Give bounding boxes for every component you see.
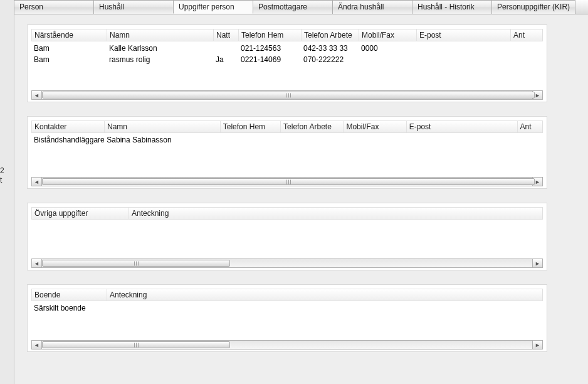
- relatives-body: Bam Kalle Karlsson 021-124563 042-33 33 …: [31, 43, 543, 65]
- cell-tel-work: 042-33 33 33: [301, 44, 359, 53]
- cell-name: Sabina Sabinasson: [104, 136, 220, 144]
- housing-panel: Boende Anteckning Särskilt boende ◄ ►: [27, 284, 547, 352]
- relatives-scrollbar[interactable]: ◄ ►: [31, 90, 543, 100]
- contacts-body: Biståndshandläggare Sabina Sabinasson: [31, 134, 543, 157]
- other-body: [31, 221, 543, 255]
- tabbar: Person Hushåll Uppgifter person Postmott…: [14, 0, 588, 14]
- col-tel-home[interactable]: Telefon Hem: [221, 121, 281, 132]
- col-housing[interactable]: Boende: [32, 289, 107, 301]
- cell-mobile: 0000: [359, 44, 416, 53]
- scroll-left-icon[interactable]: ◄: [32, 178, 42, 186]
- scroll-track[interactable]: [42, 178, 532, 186]
- table-row[interactable]: Särskilt boende: [31, 302, 543, 314]
- tab-uppgifter-person[interactable]: Uppgifter person: [173, 0, 253, 14]
- tab-personuppgifter-kir[interactable]: Personuppgifter (KIR): [491, 0, 575, 14]
- scroll-thumb[interactable]: [42, 260, 230, 267]
- contacts-scrollbar[interactable]: ◄ ►: [31, 177, 543, 186]
- cell-name: rasmus rolig: [107, 55, 213, 64]
- housing-scrollbar[interactable]: ◄ ►: [31, 340, 543, 349]
- scroll-track[interactable]: [42, 91, 532, 99]
- cell-name: Kalle Karlsson: [107, 44, 213, 53]
- left-cropped-label: 2 t: [0, 166, 4, 185]
- col-mobile[interactable]: Mobil/Fax: [344, 121, 406, 132]
- scroll-right-icon[interactable]: ►: [532, 259, 542, 267]
- col-relation[interactable]: Närstående: [32, 29, 107, 41]
- table-row[interactable]: Bam rasmus rolig Ja 0221-14069 070-22222…: [31, 54, 543, 65]
- tab-hushall-historik[interactable]: Hushåll - Historik: [412, 0, 492, 14]
- cell-relation: Bam: [31, 44, 107, 53]
- col-contacts[interactable]: Kontakter: [32, 121, 105, 132]
- housing-body: Särskilt boende: [31, 302, 543, 336]
- scroll-thumb[interactable]: [42, 92, 535, 99]
- scroll-thumb[interactable]: [42, 178, 535, 185]
- scroll-track[interactable]: [42, 259, 532, 267]
- scroll-thumb[interactable]: [42, 341, 230, 348]
- housing-header-row: Boende Anteckning: [31, 289, 543, 301]
- col-ant[interactable]: Ant: [511, 29, 536, 41]
- tab-person[interactable]: Person: [14, 0, 94, 14]
- cell-role: Biståndshandläggare: [31, 136, 104, 144]
- cell-night: Ja: [213, 55, 238, 64]
- scroll-right-icon[interactable]: ►: [532, 341, 542, 349]
- cell-relation: Bam: [31, 55, 107, 64]
- col-name[interactable]: Namn: [107, 29, 214, 41]
- col-email[interactable]: E-post: [417, 29, 511, 41]
- cell-tel-home: 021-124563: [238, 44, 301, 53]
- col-note[interactable]: Anteckning: [107, 289, 542, 301]
- other-scrollbar[interactable]: ◄ ►: [31, 259, 543, 268]
- contacts-panel: Kontakter Namn Telefon Hem Telefon Arbet…: [27, 116, 547, 189]
- contacts-header-row: Kontakter Namn Telefon Hem Telefon Arbet…: [31, 120, 543, 133]
- col-tel-work[interactable]: Telefon Arbete: [302, 29, 359, 41]
- scroll-track[interactable]: [42, 341, 532, 349]
- scroll-left-icon[interactable]: ◄: [32, 259, 42, 267]
- col-tel-home[interactable]: Telefon Hem: [239, 29, 302, 41]
- cell-tel-work: 070-222222: [301, 55, 359, 64]
- content-area: Närstående Namn Natt Telefon Hem Telefon…: [14, 14, 588, 384]
- col-name[interactable]: Namn: [105, 121, 221, 132]
- col-mobile[interactable]: Mobil/Fax: [359, 29, 417, 41]
- col-email[interactable]: E-post: [407, 121, 518, 132]
- tab-postmottagare[interactable]: Postmottagare: [253, 0, 333, 14]
- col-other[interactable]: Övriga uppgifter: [32, 208, 129, 219]
- cell-tel-home: 0221-14069: [238, 55, 301, 64]
- scroll-left-icon[interactable]: ◄: [32, 341, 42, 349]
- col-tel-work[interactable]: Telefon Arbete: [281, 121, 344, 132]
- relatives-header-row: Närstående Namn Natt Telefon Hem Telefon…: [31, 29, 543, 41]
- col-note[interactable]: Anteckning: [129, 208, 542, 219]
- table-row[interactable]: Biståndshandläggare Sabina Sabinasson: [31, 134, 543, 146]
- tab-andra-hushall[interactable]: Ändra hushåll: [332, 0, 412, 14]
- col-night[interactable]: Natt: [214, 29, 239, 41]
- other-header-row: Övriga uppgifter Anteckning: [31, 207, 543, 220]
- tab-hushall[interactable]: Hushåll: [93, 0, 174, 14]
- relatives-panel: Närstående Namn Natt Telefon Hem Telefon…: [27, 24, 547, 102]
- scroll-left-icon[interactable]: ◄: [32, 91, 42, 99]
- other-panel: Övriga uppgifter Anteckning ◄ ►: [27, 203, 547, 270]
- cell-housing-type: Särskilt boende: [31, 304, 107, 312]
- col-ant[interactable]: Ant: [518, 121, 542, 132]
- table-row[interactable]: Bam Kalle Karlsson 021-124563 042-33 33 …: [31, 43, 543, 54]
